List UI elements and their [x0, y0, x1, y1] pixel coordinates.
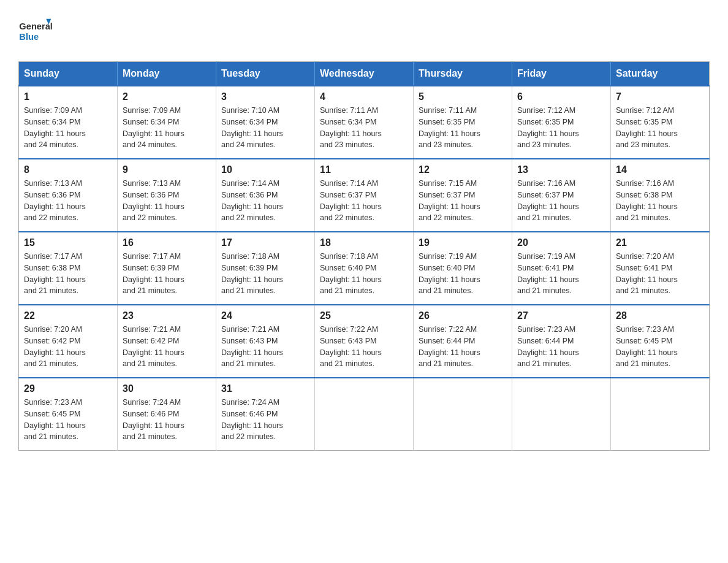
day-number: 12 — [419, 164, 507, 175]
calendar-cell: 19 Sunrise: 7:19 AM Sunset: 6:40 PM Dayl… — [414, 232, 512, 305]
day-number: 25 — [320, 310, 408, 321]
day-number: 28 — [616, 310, 704, 321]
calendar-cell: 11 Sunrise: 7:14 AM Sunset: 6:37 PM Dayl… — [315, 159, 414, 232]
calendar-cell: 24 Sunrise: 7:21 AM Sunset: 6:43 PM Dayl… — [216, 305, 315, 378]
day-info: Sunrise: 7:14 AM Sunset: 6:37 PM Dayligh… — [320, 178, 408, 224]
day-info: Sunrise: 7:09 AM Sunset: 6:34 PM Dayligh… — [24, 105, 112, 151]
day-number: 22 — [24, 310, 112, 321]
day-number: 6 — [517, 91, 605, 102]
day-number: 27 — [517, 310, 605, 321]
day-info: Sunrise: 7:24 AM Sunset: 6:46 PM Dayligh… — [221, 397, 309, 443]
day-number: 17 — [221, 237, 309, 248]
calendar-cell: 15 Sunrise: 7:17 AM Sunset: 6:38 PM Dayl… — [19, 232, 118, 305]
calendar-cell: 21 Sunrise: 7:20 AM Sunset: 6:41 PM Dayl… — [611, 232, 710, 305]
calendar-cell: 27 Sunrise: 7:23 AM Sunset: 6:44 PM Dayl… — [512, 305, 611, 378]
day-number: 24 — [221, 310, 309, 321]
day-number: 4 — [320, 91, 408, 102]
day-info: Sunrise: 7:17 AM Sunset: 6:38 PM Dayligh… — [24, 251, 112, 297]
day-info: Sunrise: 7:09 AM Sunset: 6:34 PM Dayligh… — [123, 105, 211, 151]
day-header-tuesday: Tuesday — [216, 62, 315, 86]
day-info: Sunrise: 7:11 AM Sunset: 6:34 PM Dayligh… — [320, 105, 408, 151]
svg-text:Blue: Blue — [19, 32, 39, 42]
day-header-saturday: Saturday — [611, 62, 710, 86]
day-info: Sunrise: 7:18 AM Sunset: 6:39 PM Dayligh… — [221, 251, 309, 297]
day-number: 10 — [221, 164, 309, 175]
day-number: 16 — [123, 237, 211, 248]
calendar-table: SundayMondayTuesdayWednesdayThursdayFrid… — [18, 61, 710, 451]
calendar-cell: 2 Sunrise: 7:09 AM Sunset: 6:34 PM Dayli… — [118, 86, 216, 159]
logo: General Blue — [18, 12, 55, 49]
day-info: Sunrise: 7:12 AM Sunset: 6:35 PM Dayligh… — [616, 105, 704, 151]
day-info: Sunrise: 7:22 AM Sunset: 6:44 PM Dayligh… — [419, 324, 507, 370]
day-number: 1 — [24, 91, 112, 102]
day-number: 31 — [221, 383, 309, 394]
calendar-cell: 18 Sunrise: 7:18 AM Sunset: 6:40 PM Dayl… — [315, 232, 414, 305]
day-number: 8 — [24, 164, 112, 175]
day-info: Sunrise: 7:12 AM Sunset: 6:35 PM Dayligh… — [517, 105, 605, 151]
day-info: Sunrise: 7:19 AM Sunset: 6:41 PM Dayligh… — [517, 251, 605, 297]
calendar-cell: 8 Sunrise: 7:13 AM Sunset: 6:36 PM Dayli… — [19, 159, 118, 232]
calendar-cell: 5 Sunrise: 7:11 AM Sunset: 6:35 PM Dayli… — [414, 86, 512, 159]
calendar-cell: 28 Sunrise: 7:23 AM Sunset: 6:45 PM Dayl… — [611, 305, 710, 378]
day-number: 30 — [123, 383, 211, 394]
day-header-thursday: Thursday — [414, 62, 512, 86]
day-header-sunday: Sunday — [19, 62, 118, 86]
day-number: 7 — [616, 91, 704, 102]
calendar-cell: 20 Sunrise: 7:19 AM Sunset: 6:41 PM Dayl… — [512, 232, 611, 305]
calendar-cell: 14 Sunrise: 7:16 AM Sunset: 6:38 PM Dayl… — [611, 159, 710, 232]
calendar-cell: 26 Sunrise: 7:22 AM Sunset: 6:44 PM Dayl… — [414, 305, 512, 378]
day-info: Sunrise: 7:13 AM Sunset: 6:36 PM Dayligh… — [24, 178, 112, 224]
week-row-4: 22 Sunrise: 7:20 AM Sunset: 6:42 PM Dayl… — [19, 305, 710, 378]
day-info: Sunrise: 7:21 AM Sunset: 6:42 PM Dayligh… — [123, 324, 211, 370]
day-info: Sunrise: 7:20 AM Sunset: 6:41 PM Dayligh… — [616, 251, 704, 297]
day-header-monday: Monday — [118, 62, 216, 86]
calendar-cell: 29 Sunrise: 7:23 AM Sunset: 6:45 PM Dayl… — [19, 378, 118, 451]
calendar-cell: 30 Sunrise: 7:24 AM Sunset: 6:46 PM Dayl… — [118, 378, 216, 451]
day-info: Sunrise: 7:17 AM Sunset: 6:39 PM Dayligh… — [123, 251, 211, 297]
calendar-cell: 23 Sunrise: 7:21 AM Sunset: 6:42 PM Dayl… — [118, 305, 216, 378]
calendar-cell — [512, 378, 611, 451]
day-info: Sunrise: 7:18 AM Sunset: 6:40 PM Dayligh… — [320, 251, 408, 297]
day-number: 18 — [320, 237, 408, 248]
calendar-cell: 10 Sunrise: 7:14 AM Sunset: 6:36 PM Dayl… — [216, 159, 315, 232]
logo-svg: General Blue — [18, 12, 55, 49]
day-number: 19 — [419, 237, 507, 248]
week-row-5: 29 Sunrise: 7:23 AM Sunset: 6:45 PM Dayl… — [19, 378, 710, 451]
calendar-cell: 31 Sunrise: 7:24 AM Sunset: 6:46 PM Dayl… — [216, 378, 315, 451]
calendar-cell: 25 Sunrise: 7:22 AM Sunset: 6:43 PM Dayl… — [315, 305, 414, 378]
day-info: Sunrise: 7:13 AM Sunset: 6:36 PM Dayligh… — [123, 178, 211, 224]
day-number: 15 — [24, 237, 112, 248]
day-info: Sunrise: 7:21 AM Sunset: 6:43 PM Dayligh… — [221, 324, 309, 370]
day-number: 9 — [123, 164, 211, 175]
day-number: 13 — [517, 164, 605, 175]
day-info: Sunrise: 7:22 AM Sunset: 6:43 PM Dayligh… — [320, 324, 408, 370]
day-number: 21 — [616, 237, 704, 248]
day-number: 3 — [221, 91, 309, 102]
day-info: Sunrise: 7:15 AM Sunset: 6:37 PM Dayligh… — [419, 178, 507, 224]
calendar-cell: 3 Sunrise: 7:10 AM Sunset: 6:34 PM Dayli… — [216, 86, 315, 159]
day-info: Sunrise: 7:16 AM Sunset: 6:37 PM Dayligh… — [517, 178, 605, 224]
svg-text:General: General — [19, 21, 53, 31]
calendar-cell: 6 Sunrise: 7:12 AM Sunset: 6:35 PM Dayli… — [512, 86, 611, 159]
day-number: 26 — [419, 310, 507, 321]
day-header-wednesday: Wednesday — [315, 62, 414, 86]
week-row-2: 8 Sunrise: 7:13 AM Sunset: 6:36 PM Dayli… — [19, 159, 710, 232]
calendar-cell: 7 Sunrise: 7:12 AM Sunset: 6:35 PM Dayli… — [611, 86, 710, 159]
calendar-cell: 16 Sunrise: 7:17 AM Sunset: 6:39 PM Dayl… — [118, 232, 216, 305]
day-info: Sunrise: 7:11 AM Sunset: 6:35 PM Dayligh… — [419, 105, 507, 151]
week-row-3: 15 Sunrise: 7:17 AM Sunset: 6:38 PM Dayl… — [19, 232, 710, 305]
calendar-cell: 4 Sunrise: 7:11 AM Sunset: 6:34 PM Dayli… — [315, 86, 414, 159]
day-info: Sunrise: 7:20 AM Sunset: 6:42 PM Dayligh… — [24, 324, 112, 370]
calendar-cell — [611, 378, 710, 451]
calendar-cell — [414, 378, 512, 451]
day-header-friday: Friday — [512, 62, 611, 86]
calendar-cell: 17 Sunrise: 7:18 AM Sunset: 6:39 PM Dayl… — [216, 232, 315, 305]
day-info: Sunrise: 7:19 AM Sunset: 6:40 PM Dayligh… — [419, 251, 507, 297]
day-number: 5 — [419, 91, 507, 102]
week-row-1: 1 Sunrise: 7:09 AM Sunset: 6:34 PM Dayli… — [19, 86, 710, 159]
calendar-cell: 13 Sunrise: 7:16 AM Sunset: 6:37 PM Dayl… — [512, 159, 611, 232]
calendar-cell: 12 Sunrise: 7:15 AM Sunset: 6:37 PM Dayl… — [414, 159, 512, 232]
day-number: 23 — [123, 310, 211, 321]
calendar-cell: 9 Sunrise: 7:13 AM Sunset: 6:36 PM Dayli… — [118, 159, 216, 232]
day-number: 2 — [123, 91, 211, 102]
